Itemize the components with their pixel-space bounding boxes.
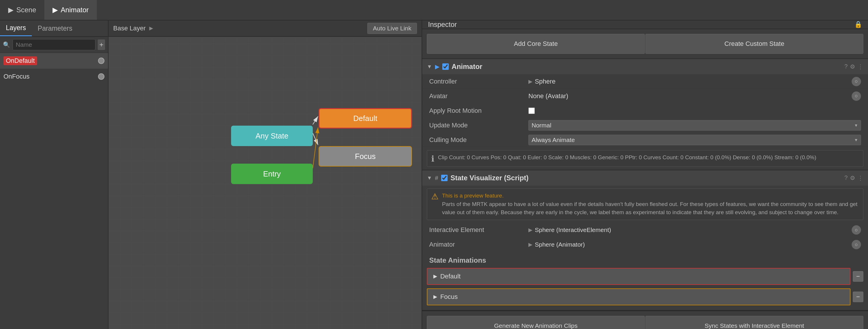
default-anim-remove-button[interactable]: − <box>853 271 863 282</box>
layer-circle-ondefault <box>98 58 104 64</box>
controller-picker-button[interactable]: ○ <box>852 77 861 86</box>
controller-icon: ▶ <box>528 78 532 85</box>
animator-info-text: Clip Count: 0 Curves Pos: 0 Quat: 0 Eule… <box>438 154 816 162</box>
warning-body: Parts of the MRTK appear to have a lot o… <box>442 200 859 217</box>
sv-animator-row: Animator ▶ Sphere (Animator) ○ <box>422 238 868 252</box>
sv-animator-picker-button[interactable]: ○ <box>852 240 861 249</box>
canvas-toolbar: Base Layer ► Auto Live Link <box>108 21 422 37</box>
tab-scene[interactable]: ▶ Scene <box>0 0 44 20</box>
layer-name-onfocus: OnFocus <box>3 73 98 80</box>
culling-mode-value: Always Animate <box>528 135 861 145</box>
update-mode-value: Normal <box>528 120 861 131</box>
state-visualizer-section-header: ▼ # State Visualizer (Script) ? ⚙ ⋮ <box>422 170 868 186</box>
focus-node[interactable]: Focus <box>319 146 412 167</box>
animator-enabled-checkbox[interactable] <box>442 63 449 70</box>
warning-title: This is a preview feature. <box>442 192 859 200</box>
state-visualizer-section-actions: ? ⚙ ⋮ <box>844 174 863 182</box>
animator-settings-icon[interactable]: ⚙ <box>850 63 855 70</box>
auto-live-link-button[interactable]: Auto Live Link <box>367 23 417 34</box>
avatar-value: None (Avatar) ○ <box>528 91 861 101</box>
apply-root-motion-value <box>528 108 861 114</box>
animator-help-icon[interactable]: ? <box>844 63 847 70</box>
add-layer-button[interactable]: + <box>98 39 105 50</box>
animator-section-actions: ? ⚙ ⋮ <box>844 63 863 70</box>
default-anim-item[interactable]: ► Default <box>427 268 850 285</box>
apply-root-motion-row: Apply Root Motion <box>422 104 868 118</box>
apply-root-motion-label: Apply Root Motion <box>429 107 528 114</box>
any-state-node[interactable]: Any State <box>231 126 313 146</box>
apply-root-motion-checkbox[interactable] <box>528 108 535 114</box>
sv-animator-label: Animator <box>429 241 528 248</box>
update-mode-select-wrapper: Normal <box>528 120 861 131</box>
interactive-element-label: Interactive Element <box>429 226 528 234</box>
action-buttons: Add Core State Create Custom State <box>422 29 868 59</box>
default-node[interactable]: Default <box>319 108 412 129</box>
tab-animator[interactable]: ▶ Animator <box>44 0 97 20</box>
culling-mode-select-wrapper: Always Animate <box>528 135 861 145</box>
interactive-element-row: Interactive Element ▶ Sphere (Interactiv… <box>422 223 868 238</box>
state-visualizer-overflow-icon[interactable]: ⋮ <box>858 174 863 182</box>
tab-animator-label: Animator <box>61 6 89 14</box>
state-visualizer-collapse-arrow[interactable]: ▼ <box>427 175 432 181</box>
sv-animator-icon: ▶ <box>528 241 532 248</box>
animator-icon: ▶ <box>53 6 58 14</box>
controller-row: Controller ▶ Sphere ○ <box>422 74 868 89</box>
bottom-buttons: Generate New Animation Clips Sync States… <box>422 310 868 329</box>
avatar-row: Avatar None (Avatar) ○ <box>422 89 868 104</box>
search-icon: 🔍 <box>3 41 10 48</box>
generate-clips-button[interactable]: Generate New Animation Clips <box>427 316 645 329</box>
svg-line-2 <box>313 116 318 125</box>
focus-anim-row: ► Focus − <box>422 286 868 307</box>
info-icon: ℹ <box>431 154 434 164</box>
sync-states-button[interactable]: Sync States with Interactive Element <box>645 316 863 329</box>
breadcrumb-text: Base Layer <box>113 25 146 32</box>
state-visualizer-settings-icon[interactable]: ⚙ <box>850 174 855 182</box>
animator-overflow-icon[interactable]: ⋮ <box>858 63 863 70</box>
canvas-area[interactable]: Base Layer ► Auto Live Link <box>108 21 422 329</box>
culling-mode-label: Culling Mode <box>429 136 528 144</box>
parameters-tab[interactable]: Parameters <box>32 21 78 36</box>
focus-anim-item[interactable]: ► Focus <box>427 289 850 305</box>
inspector-title-bar: Inspector 🔒 <box>422 21 868 29</box>
entry-node[interactable]: Entry <box>231 164 313 184</box>
parameters-tab-label: Parameters <box>38 25 72 32</box>
animator-collapse-arrow[interactable]: ▼ <box>427 64 432 70</box>
animator-section-header: ▼ ▶ Animator ? ⚙ ⋮ <box>422 59 868 74</box>
layer-item-ondefault[interactable]: OnDefault <box>0 53 108 68</box>
default-anim-row: ► Default − <box>422 266 868 286</box>
sv-animator-value: ▶ Sphere (Animator) ○ <box>528 240 861 249</box>
title-bar: ▶ Scene ▶ Animator <box>0 0 868 21</box>
interactive-element-icon: ▶ <box>528 227 532 233</box>
right-panel: Inspector 🔒 Add Core State Create Custom… <box>422 21 868 329</box>
focus-anim-remove-button[interactable]: − <box>853 292 863 302</box>
layer-item-onfocus[interactable]: OnFocus <box>0 68 108 84</box>
breadcrumb-arrow: ► <box>148 25 154 32</box>
svg-line-4 <box>313 128 318 168</box>
tab-scene-label: Scene <box>16 6 36 14</box>
animator-play-icon: ▶ <box>435 63 439 70</box>
warning-icon: ⚠ <box>431 192 438 201</box>
state-visualizer-section: ▼ # State Visualizer (Script) ? ⚙ ⋮ ⚠ Th… <box>422 170 868 310</box>
avatar-picker-button[interactable]: ○ <box>852 91 861 101</box>
layer-circle-onfocus <box>98 73 104 80</box>
interactive-element-picker-button[interactable]: ○ <box>852 225 861 235</box>
svg-line-3 <box>313 133 318 145</box>
default-anim-label: ► Default <box>432 273 845 280</box>
left-panel: Layers Parameters 🔍 + OnDefault OnFocus <box>0 21 108 329</box>
layers-tab[interactable]: Layers <box>0 21 32 36</box>
state-visualizer-enabled-checkbox[interactable] <box>441 175 447 181</box>
animator-section-title: Animator <box>452 62 482 71</box>
culling-mode-select[interactable]: Always Animate <box>528 135 861 145</box>
lock-icon: 🔒 <box>854 21 862 28</box>
controller-value: ▶ Sphere ○ <box>528 77 861 86</box>
add-core-state-button[interactable]: Add Core State <box>427 34 645 54</box>
scene-icon: ▶ <box>8 6 13 14</box>
animator-section: ▼ ▶ Animator ? ⚙ ⋮ Controller ▶ Sphere ○ <box>422 59 868 170</box>
create-custom-state-button[interactable]: Create Custom State <box>645 34 863 54</box>
interactive-element-field: Sphere (InteractiveElement) <box>535 226 849 234</box>
update-mode-select[interactable]: Normal <box>528 120 861 131</box>
state-visualizer-help-icon[interactable]: ? <box>844 174 847 182</box>
search-input[interactable] <box>12 39 95 50</box>
focus-anim-label: ► Focus <box>432 293 845 301</box>
search-row: 🔍 + <box>0 37 108 53</box>
